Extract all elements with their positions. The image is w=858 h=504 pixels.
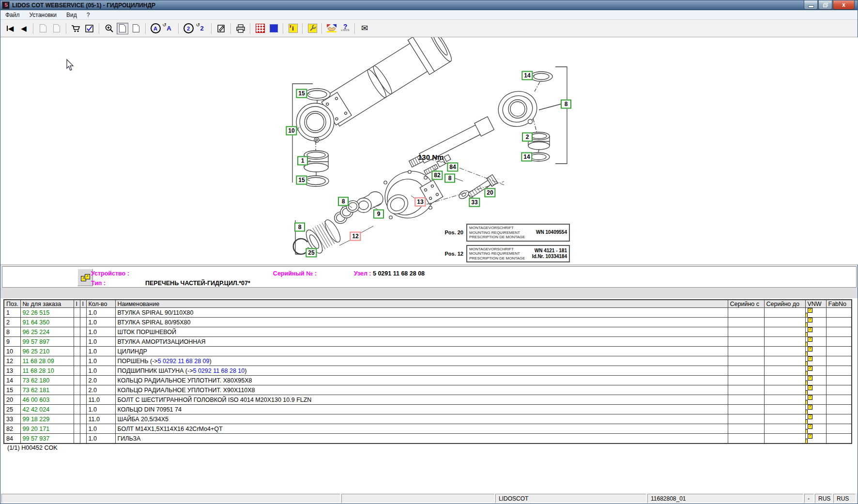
- search-2-icon[interactable]: 2: [182, 22, 195, 35]
- mounting-notes: Pos. 20 MONTAGEVORSCHRIFTMOUNTING REQUIR…: [440, 224, 570, 266]
- hydraulic-cylinder-drawing: [0, 37, 858, 265]
- cell-name: ПОДШИПНИК ШАТУНА (->5 0292 11 68 28 10): [115, 366, 728, 376]
- menu-item[interactable]: Установки: [25, 11, 61, 19]
- shopping-cart-icon[interactable]: [70, 22, 82, 35]
- page-view-icon[interactable]: [130, 22, 142, 35]
- cross-reference-link[interactable]: 5 0292 11 68 28 10: [193, 367, 245, 374]
- menu-item[interactable]: Файл: [0, 11, 25, 19]
- table-row[interactable]: 15 73 62 181 2.0 КОЛЬЦО РАДИАЛЬНОЕ УПЛОТ…: [4, 385, 852, 395]
- callout-14[interactable]: 14: [521, 153, 532, 162]
- cell-serial-from: [728, 395, 764, 405]
- order-form-check-icon[interactable]: [83, 22, 96, 35]
- cell-serial-to: [764, 366, 805, 376]
- callout-13[interactable]: 13: [414, 198, 426, 207]
- table-row[interactable]: 25 42 42 024 1.0 КОЛЬЦО DIN 70951 74 ↗↗: [4, 405, 852, 414]
- callout-8[interactable]: 8: [561, 100, 571, 109]
- cell-qty: 1.0: [86, 337, 115, 347]
- vnw-button[interactable]: ↗↗: [805, 318, 826, 327]
- vnw-button[interactable]: ↗↗: [805, 347, 826, 356]
- callout-10[interactable]: 10: [286, 126, 297, 136]
- table-row[interactable]: 13 11 68 28 10 1.0 ПОДШИПНИК ШАТУНА (->5…: [4, 366, 852, 376]
- cell-serial-to: [764, 356, 805, 366]
- search-a-undo-icon[interactable]: A: [163, 22, 175, 35]
- previous-record-icon[interactable]: ◀: [17, 22, 30, 35]
- callout-8[interactable]: 8: [444, 174, 455, 183]
- info-icon[interactable]: i: [287, 22, 299, 35]
- cell-poz: 13: [4, 366, 20, 376]
- cell-qty: 1.0: [86, 366, 115, 376]
- vnw-button[interactable]: ↗↗: [805, 366, 826, 376]
- print-icon[interactable]: [234, 22, 247, 35]
- vnw-button[interactable]: ↗↗: [805, 395, 826, 405]
- email-icon[interactable]: ✉: [358, 22, 371, 35]
- minimize-button[interactable]: [804, 0, 818, 10]
- cell-poz: 84: [4, 434, 20, 444]
- partner-handshake-icon[interactable]: [325, 22, 338, 35]
- table-row[interactable]: 82 99 20 171 1.0 БОЛТ M14X1,5X114X16 42C…: [4, 424, 852, 434]
- callout-33[interactable]: 33: [469, 198, 480, 207]
- vnw-button[interactable]: ↗↗: [805, 385, 826, 395]
- vnw-button[interactable]: ↗↗: [805, 434, 826, 444]
- callout-12[interactable]: 12: [350, 232, 361, 241]
- table-row[interactable]: 33 99 18 229 11.0 ШАЙБА 20,5/34X5 ↗↗: [4, 414, 852, 424]
- table-row[interactable]: 20 46 00 603 11.0 БОЛТ С ШЕСТИГРАННОЙ ГО…: [4, 395, 852, 405]
- callout-15[interactable]: 15: [296, 89, 307, 98]
- callout-15[interactable]: 15: [296, 176, 307, 185]
- parts-table-area: Поз.№ для заказаIIКол-воНаименованиеСери…: [3, 299, 852, 444]
- table-row[interactable]: 1 92 26 515 1.0 ВТУЛКА SPIRAL 90/110X80 …: [4, 308, 852, 318]
- callout-1[interactable]: 1: [297, 156, 308, 166]
- vnw-button[interactable]: ↗↗: [805, 327, 826, 337]
- page-view-selected-icon[interactable]: [116, 22, 129, 35]
- type-value: ПЕРЕЧЕНЬ ЧАСТЕЙ-ГИДР.ЦИЛ.*07*: [145, 280, 250, 287]
- cell-qty: 1.0: [86, 424, 115, 434]
- callout-25[interactable]: 25: [306, 248, 317, 258]
- table-row[interactable]: 10 96 25 210 1.0 ЦИЛИНДР ↗↗: [4, 347, 852, 356]
- search-a-icon[interactable]: A: [149, 22, 162, 35]
- cell-serial-to: [764, 376, 805, 385]
- vnw-button[interactable]: ↗↗: [805, 308, 826, 318]
- parts-grid-icon[interactable]: [254, 22, 266, 35]
- callout-8[interactable]: 8: [294, 223, 305, 232]
- menu-item[interactable]: ?: [82, 11, 95, 19]
- zoom-icon[interactable]: [103, 22, 115, 35]
- close-button[interactable]: x: [833, 0, 855, 10]
- menu-item[interactable]: Вид: [61, 11, 82, 19]
- callout-14[interactable]: 14: [521, 71, 533, 80]
- table-row[interactable]: 14 73 62 180 2.0 КОЛЬЦО РАДИАЛЬНОЕ УПЛОТ…: [4, 376, 852, 385]
- vnw-button[interactable]: ↗↗: [805, 356, 826, 366]
- vnw-button[interactable]: ↗↗: [805, 337, 826, 347]
- cell-order-no: 11 68 28 10: [20, 366, 74, 376]
- hotspot-blue-icon[interactable]: [267, 22, 280, 35]
- search-2-undo-icon[interactable]: 2: [196, 22, 208, 35]
- callout-8[interactable]: 8: [338, 197, 349, 206]
- table-row[interactable]: 9 99 57 897 1.0 ВТУЛКА АМОРТИЗАЦИОННАЯ ↗…: [4, 337, 852, 347]
- status-lang-1: RUS: [815, 494, 832, 503]
- table-row[interactable]: 84 99 57 937 1.0 ГИЛЬЗА ↗↗: [4, 434, 852, 444]
- vnw-button[interactable]: ↗↗: [805, 405, 826, 414]
- cell-poz: 12: [4, 356, 20, 366]
- vnw-button[interactable]: ↗↗: [805, 424, 826, 434]
- first-record-icon[interactable]: ◀: [4, 22, 16, 35]
- table-row[interactable]: 12 11 68 28 09 1.0 ПОРШЕНЬ (->5 0292 11 …: [4, 356, 852, 366]
- cell-qty: 1.0: [86, 356, 115, 366]
- cross-reference-link[interactable]: 5 0292 11 68 28 09: [158, 358, 210, 365]
- cell-fabno: [826, 434, 852, 444]
- callout-84[interactable]: 84: [447, 163, 458, 172]
- vnw-button[interactable]: ↗↗: [805, 414, 826, 424]
- cell-name: ШТОК ПОРШНЕВОЙ: [115, 327, 728, 337]
- callout-82[interactable]: 82: [431, 171, 443, 180]
- status-dash: -: [804, 494, 814, 503]
- vnw-button[interactable]: ↗↗: [805, 376, 826, 385]
- lidos-help-icon[interactable]: ?LIDOS: [339, 22, 352, 35]
- callout-2[interactable]: 2: [522, 133, 533, 142]
- restore-button[interactable]: [818, 0, 832, 10]
- cell-order-no: 99 57 937: [20, 434, 74, 444]
- cell-order-no: 46 00 603: [20, 395, 74, 405]
- edit-note-icon[interactable]: [215, 22, 228, 35]
- table-row[interactable]: 8 96 25 224 1.0 ШТОК ПОРШНЕВОЙ ↗↗: [4, 327, 852, 337]
- service-wrench-icon[interactable]: [306, 22, 319, 35]
- callout-9[interactable]: 9: [373, 210, 384, 219]
- table-row[interactable]: 2 91 64 350 1.0 ВТУЛКА SPIRAL 80/95X80 ↗…: [4, 318, 852, 327]
- callout-20[interactable]: 20: [484, 188, 495, 198]
- title-bar: 5 LIDOS COT WEBSERVICE (05-1) - ГИДРОЦИЛ…: [0, 0, 858, 10]
